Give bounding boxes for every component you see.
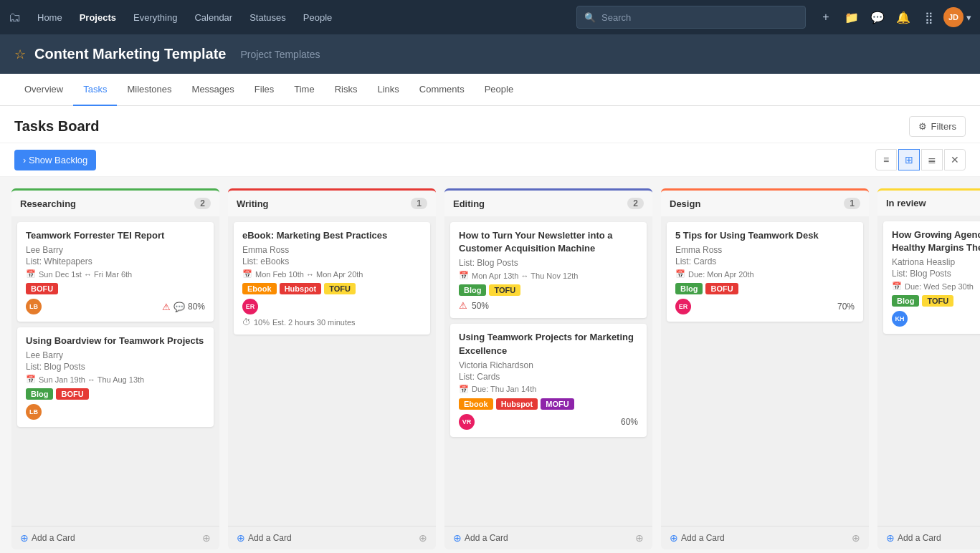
calendar-icon: 📅 bbox=[892, 282, 902, 291]
tag-tofu: TOFU bbox=[324, 283, 356, 294]
folder-button[interactable]: 📁 bbox=[840, 6, 863, 29]
tag-bofu: BOFU bbox=[705, 283, 738, 294]
favorite-star-icon[interactable]: ☆ bbox=[14, 47, 26, 62]
add-card-editing[interactable]: ⊕ Add a Card ⊕ bbox=[444, 526, 652, 549]
card-list: List: Blog Posts bbox=[26, 362, 205, 372]
filters-button[interactable]: ⚙ Filters bbox=[909, 116, 966, 137]
card-list: List: Cards bbox=[675, 256, 855, 266]
add-card-in-review[interactable]: ⊕ Add a Card ⊕ bbox=[877, 526, 980, 549]
tag-hubspot: Hubspot bbox=[280, 283, 322, 294]
user-dropdown-icon[interactable]: ▾ bbox=[966, 12, 971, 23]
column-in-review: In review How Growing Agencies Maintain … bbox=[877, 188, 980, 549]
column-cards-editing: How to Turn Your Newsletter into a Custo… bbox=[444, 216, 652, 526]
card-date: 📅 Sun Dec 1st ↔ Fri Mar 6th bbox=[26, 269, 205, 279]
tab-links[interactable]: Links bbox=[367, 74, 409, 106]
card-person: Emma Ross bbox=[675, 245, 855, 255]
close-view-button[interactable]: ✕ bbox=[944, 149, 966, 170]
tag-tofu: TOFU bbox=[922, 295, 953, 307]
add-card-researching[interactable]: ⊕ Add a Card ⊕ bbox=[11, 526, 219, 549]
column-cards-researching: Teamwork Forrester TEI Report Lee Barry … bbox=[11, 216, 219, 526]
top-navigation: 🗂 Home Projects Everything Calendar Stat… bbox=[0, 0, 980, 34]
filters-icon: ⚙ bbox=[918, 121, 927, 132]
card-person: Emma Ross bbox=[242, 245, 422, 255]
table-view-button[interactable]: ≣ bbox=[921, 149, 943, 170]
tab-people[interactable]: People bbox=[475, 74, 523, 106]
card-footer: ER bbox=[242, 299, 422, 314]
tab-time[interactable]: Time bbox=[284, 74, 324, 106]
column-count-writing: 1 bbox=[411, 198, 427, 209]
tag-bofu: BOFU bbox=[26, 283, 58, 294]
tab-overview[interactable]: Overview bbox=[14, 74, 73, 106]
board-container: Researching 2 Teamwork Forrester TEI Rep… bbox=[0, 177, 980, 553]
card-title: 5 Tips for Using Teamwork Desk bbox=[675, 229, 855, 242]
nav-projects[interactable]: Projects bbox=[72, 8, 123, 27]
nav-calendar[interactable]: Calendar bbox=[187, 8, 239, 27]
calendar-icon: 📅 bbox=[26, 375, 36, 384]
tab-messages[interactable]: Messages bbox=[182, 74, 244, 106]
tab-milestones[interactable]: Milestones bbox=[117, 74, 181, 106]
card-teamwork-forrester[interactable]: Teamwork Forrester TEI Report Lee Barry … bbox=[17, 222, 214, 322]
card-person: Victoria Richardson bbox=[459, 360, 638, 370]
tab-comments[interactable]: Comments bbox=[409, 74, 475, 106]
card-title: Using Teamwork Projects for Marketing Ex… bbox=[459, 331, 638, 357]
time-estimate: Est. 2 hours 30 minutes bbox=[272, 318, 356, 327]
card-footer: LB ⚠ 💬 80% bbox=[26, 299, 205, 314]
card-tags: Blog TOFU bbox=[892, 295, 980, 307]
app-logo[interactable]: 🗂 bbox=[9, 10, 22, 25]
card-ebook-marketing[interactable]: eBook: Marketing Best Practices Emma Ros… bbox=[234, 222, 430, 335]
project-header: ☆ Content Marketing Template Project Tem… bbox=[0, 34, 980, 74]
nav-everything[interactable]: Everything bbox=[126, 8, 184, 27]
card-person: Lee Barry bbox=[26, 350, 205, 360]
grid-button[interactable]: ⣿ bbox=[918, 6, 941, 29]
card-footer: VR 60% bbox=[459, 414, 638, 430]
card-tags: Blog BOFU bbox=[26, 388, 205, 400]
progress-percent: 50% bbox=[472, 301, 489, 311]
board-view-button[interactable]: ⊞ bbox=[898, 149, 920, 170]
user-avatar[interactable]: JD bbox=[943, 7, 964, 27]
add-button[interactable]: + bbox=[814, 6, 837, 29]
card-tags: Blog BOFU bbox=[675, 283, 855, 294]
column-writing: Writing 1 eBook: Marketing Best Practice… bbox=[228, 188, 436, 549]
column-researching: Researching 2 Teamwork Forrester TEI Rep… bbox=[11, 188, 219, 549]
calendar-icon: 📅 bbox=[26, 269, 36, 279]
show-backlog-button[interactable]: › Show Backlog bbox=[14, 150, 96, 170]
bell-button[interactable]: 🔔 bbox=[892, 6, 915, 29]
nav-statuses[interactable]: Statuses bbox=[242, 8, 293, 27]
add-card-text: ⊕ Add a Card bbox=[670, 532, 725, 544]
tag-hubspot: Hubspot bbox=[496, 398, 538, 410]
search-input[interactable] bbox=[601, 12, 798, 23]
tab-files[interactable]: Files bbox=[244, 74, 284, 106]
project-title: Content Marketing Template bbox=[34, 46, 226, 62]
chat-button[interactable]: 💬 bbox=[866, 6, 889, 29]
calendar-icon: 📅 bbox=[459, 385, 469, 394]
card-boardview[interactable]: Using Boardview for Teamwork Projects Le… bbox=[17, 327, 214, 427]
time-percent: 10% bbox=[254, 318, 270, 327]
tab-tasks[interactable]: Tasks bbox=[73, 74, 117, 106]
card-tags: Ebook Hubspot TOFU bbox=[242, 283, 422, 294]
calendar-icon: 📅 bbox=[675, 269, 685, 279]
nav-people[interactable]: People bbox=[296, 8, 339, 27]
card-title: Teamwork Forrester TEI Report bbox=[26, 229, 205, 242]
card-avatar: ER bbox=[675, 299, 691, 314]
nav-home[interactable]: Home bbox=[30, 8, 70, 27]
progress-icons: ⚠ 💬 80% bbox=[162, 302, 205, 312]
card-teamwork-desk[interactable]: 5 Tips for Using Teamwork Desk Emma Ross… bbox=[667, 222, 863, 322]
add-card-label: Add a Card bbox=[32, 533, 75, 543]
progress-row: ⚠ 50% bbox=[459, 300, 638, 311]
add-card-design[interactable]: ⊕ Add a Card ⊕ bbox=[661, 526, 869, 549]
column-title-in-review: In review bbox=[886, 198, 926, 208]
tag-bofu: BOFU bbox=[56, 388, 88, 400]
card-footer: LB bbox=[26, 404, 205, 420]
column-cards-writing: eBook: Marketing Best Practices Emma Ros… bbox=[228, 216, 436, 526]
add-card-writing[interactable]: ⊕ Add a Card ⊕ bbox=[228, 526, 436, 549]
search-bar[interactable]: 🔍 bbox=[576, 6, 806, 29]
card-list: List: Cards bbox=[459, 372, 638, 382]
tab-risks[interactable]: Risks bbox=[325, 74, 368, 106]
card-teamwork-projects-excellence[interactable]: Using Teamwork Projects for Marketing Ex… bbox=[450, 324, 647, 436]
card-list: List: Whitepapers bbox=[26, 256, 205, 266]
column-header-design: Design 1 bbox=[661, 188, 869, 216]
card-newsletter[interactable]: How to Turn Your Newsletter into a Custo… bbox=[450, 222, 647, 318]
card-avatar: LB bbox=[26, 404, 42, 420]
card-growing-agencies[interactable]: How Growing Agencies Maintain Healthy Ma… bbox=[883, 221, 980, 334]
list-view-button[interactable]: ≡ bbox=[875, 149, 897, 170]
